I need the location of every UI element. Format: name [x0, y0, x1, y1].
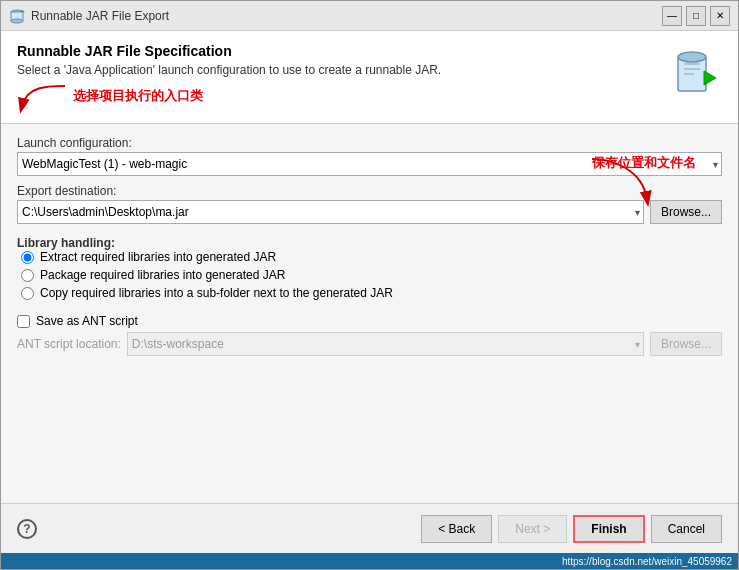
next-button[interactable]: Next >	[498, 515, 567, 543]
launch-config-section: Launch configuration: WebMagicTest (1) -…	[17, 136, 722, 176]
annotation-entry-class: 选择项目执行的入口类	[73, 87, 203, 105]
title-bar-left: Runnable JAR File Export	[9, 8, 169, 24]
cancel-button[interactable]: Cancel	[651, 515, 722, 543]
launch-config-select[interactable]: WebMagicTest (1) - web-magic	[17, 152, 722, 176]
library-handling-section: Library handling: Extract required libra…	[17, 232, 722, 300]
svg-point-7	[678, 52, 706, 62]
radio-extract-label: Extract required libraries into generate…	[40, 250, 276, 264]
radio-copy-input[interactable]	[21, 287, 34, 300]
form-area: Launch configuration: WebMagicTest (1) -…	[1, 124, 738, 503]
ant-script-checkbox-row[interactable]: Save as ANT script	[17, 314, 722, 328]
radio-extract-input[interactable]	[21, 251, 34, 264]
close-button[interactable]: ✕	[710, 6, 730, 26]
page-subtitle: Select a 'Java Application' launch confi…	[17, 63, 670, 77]
svg-rect-10	[684, 73, 694, 75]
ant-script-section: Save as ANT script ANT script location: …	[17, 308, 722, 356]
svg-rect-9	[684, 68, 700, 70]
page-header: Runnable JAR File Specification Select a…	[1, 31, 738, 124]
radio-group: Extract required libraries into generate…	[21, 250, 722, 300]
svg-point-2	[11, 19, 23, 23]
ant-script-checkbox[interactable]	[17, 315, 30, 328]
help-button[interactable]: ?	[17, 519, 37, 539]
arrow-annotation-1	[17, 81, 67, 111]
status-bar: https://blog.csdn.net/weixin_45059962	[1, 553, 738, 569]
export-dest-input-wrapper[interactable]: C:\Users\admin\Desktop\ma.jar	[17, 200, 644, 224]
back-button[interactable]: < Back	[421, 515, 492, 543]
page-header-text: Runnable JAR File Specification Select a…	[17, 43, 670, 111]
title-bar: Runnable JAR File Export — □ ✕	[1, 1, 738, 31]
radio-package-label: Package required libraries into generate…	[40, 268, 285, 282]
radio-extract[interactable]: Extract required libraries into generate…	[21, 250, 722, 264]
minimize-button[interactable]: —	[662, 6, 682, 26]
ant-location-row: ANT script location: Browse...	[17, 332, 722, 356]
radio-copy-label: Copy required libraries into a sub-folde…	[40, 286, 393, 300]
export-dest-select[interactable]: C:\Users\admin\Desktop\ma.jar	[17, 200, 644, 224]
wizard-icon	[670, 43, 722, 95]
maximize-button[interactable]: □	[686, 6, 706, 26]
export-dest-section: Export destination: C:\Users\admin\Deskt…	[17, 184, 722, 224]
svg-rect-8	[684, 63, 700, 65]
export-dest-row: C:\Users\admin\Desktop\ma.jar Browse...	[17, 200, 722, 224]
status-url: https://blog.csdn.net/weixin_45059962	[562, 556, 732, 567]
page-title: Runnable JAR File Specification	[17, 43, 670, 59]
export-dest-label: Export destination:	[17, 184, 722, 198]
radio-copy[interactable]: Copy required libraries into a sub-folde…	[21, 286, 722, 300]
svg-marker-11	[704, 71, 716, 85]
ant-browse-button: Browse...	[650, 332, 722, 356]
window: Runnable JAR File Export — □ ✕ Runnable …	[0, 0, 739, 570]
launch-config-label: Launch configuration:	[17, 136, 722, 150]
export-dest-browse-button[interactable]: Browse...	[650, 200, 722, 224]
footer: ? < Back Next > Finish Cancel	[1, 503, 738, 553]
ant-location-input-wrapper	[127, 332, 644, 356]
jar-icon	[9, 8, 25, 24]
footer-right: < Back Next > Finish Cancel	[421, 515, 722, 543]
ant-location-input	[127, 332, 644, 356]
radio-package[interactable]: Package required libraries into generate…	[21, 268, 722, 282]
library-handling-label: Library handling:	[17, 236, 722, 250]
footer-left: ?	[17, 519, 37, 539]
ant-location-label: ANT script location:	[17, 337, 121, 351]
title-bar-buttons: — □ ✕	[662, 6, 730, 26]
ant-script-label: Save as ANT script	[36, 314, 138, 328]
radio-package-input[interactable]	[21, 269, 34, 282]
launch-config-select-wrapper[interactable]: WebMagicTest (1) - web-magic	[17, 152, 722, 176]
finish-button[interactable]: Finish	[573, 515, 644, 543]
window-title: Runnable JAR File Export	[31, 9, 169, 23]
